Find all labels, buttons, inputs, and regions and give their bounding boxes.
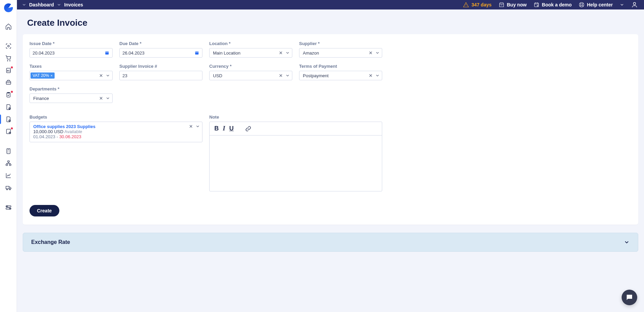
exchange-rate-title: Exchange Rate [31, 239, 70, 245]
sidebar-item-documents[interactable] [0, 101, 17, 113]
chevron-down-icon[interactable] [285, 50, 290, 55]
clear-icon[interactable] [189, 124, 193, 129]
user-icon[interactable] [631, 1, 638, 8]
budget-amount: 10,000.00 USD [33, 129, 63, 134]
field-taxes: Taxes VAT 20% × [30, 64, 113, 80]
terms-value: Postpayment [303, 73, 366, 78]
label-departments: Departments * [30, 86, 113, 91]
budget-dates: 01.04.2023 - 30.06.2023 [33, 134, 199, 139]
remove-tag-icon[interactable]: × [51, 74, 53, 78]
label-budgets: Budgets [30, 115, 202, 120]
trial-days[interactable]: 347 days [463, 2, 491, 8]
italic-button[interactable]: I [223, 125, 225, 132]
clear-icon[interactable] [368, 73, 373, 78]
budget-card[interactable]: Office supplies 2023 Supplies 10,000.00 … [30, 122, 202, 142]
chevron-down-icon[interactable] [620, 2, 624, 7]
sidebar-item-settings[interactable] [0, 201, 17, 213]
clear-icon[interactable] [99, 96, 103, 101]
input-supplier-invoice[interactable] [119, 71, 202, 80]
org-icon [5, 160, 12, 167]
sidebar-item-expenses[interactable] [0, 125, 17, 138]
sidebar-item-shipping[interactable] [0, 182, 17, 194]
clear-icon[interactable] [368, 50, 373, 55]
svg-rect-25 [195, 51, 199, 55]
book-demo-button[interactable]: Book a demo [533, 2, 572, 8]
sidebar-item-approvals[interactable] [0, 89, 17, 101]
sidebar-item-org[interactable] [0, 157, 17, 169]
sidebar-item-cart[interactable] [0, 52, 17, 64]
sidebar-item-invoices[interactable] [0, 113, 17, 125]
chevron-down-icon[interactable] [105, 73, 110, 78]
due-date-input[interactable] [122, 50, 194, 56]
breadcrumb-dashboard[interactable]: Dashboard [29, 2, 54, 7]
note-textarea[interactable] [210, 136, 382, 191]
notification-dot [11, 66, 13, 68]
field-due-date: Due Date * [119, 41, 202, 58]
calendar-demo-icon [533, 2, 540, 8]
link-icon[interactable] [245, 126, 251, 132]
cart-icon [5, 55, 12, 62]
app-logo[interactable] [4, 3, 13, 12]
truck-icon [5, 184, 12, 191]
clear-icon[interactable] [278, 73, 283, 78]
chevron-down-icon[interactable] [195, 124, 200, 129]
sidebar-item-requests[interactable] [0, 40, 17, 52]
field-supplier: Supplier * Amazon [299, 41, 382, 58]
select-location[interactable]: Main Location [209, 48, 292, 58]
select-currency[interactable]: USD [209, 71, 292, 80]
issue-date-input[interactable] [33, 50, 104, 56]
calendar-icon[interactable] [104, 50, 110, 56]
warning-icon [463, 2, 469, 8]
budget-start-date: 01.04.2023 [33, 134, 55, 139]
create-button[interactable]: Create [30, 205, 59, 216]
sidebar [0, 0, 17, 265]
chevron-down-icon[interactable] [375, 73, 380, 78]
chevron-down-icon[interactable] [57, 2, 61, 7]
input-due-date[interactable] [119, 48, 202, 58]
sidebar-item-home[interactable] [0, 20, 17, 33]
clipboard-check-icon [5, 91, 12, 98]
chevron-down-icon[interactable] [105, 96, 110, 101]
select-supplier[interactable]: Amazon [299, 48, 382, 58]
select-departments[interactable]: Finance [30, 93, 113, 103]
departments-value: Finance [33, 96, 97, 101]
note-toolbar: B I U [210, 122, 382, 136]
exchange-rate-panel[interactable]: Exchange Rate [23, 233, 638, 252]
chevron-down-icon[interactable] [22, 2, 26, 7]
field-location: Location * Main Location [209, 41, 292, 58]
select-taxes[interactable]: VAT 20% × [30, 71, 113, 80]
chevron-down-icon [624, 239, 630, 245]
sidebar-item-orders[interactable] [0, 64, 17, 77]
field-departments: Departments * Finance [30, 86, 113, 103]
select-terms[interactable]: Postpayment [299, 71, 382, 80]
bold-button[interactable]: B [214, 125, 219, 132]
sidebar-item-receipts[interactable] [0, 77, 17, 89]
clear-icon[interactable] [99, 73, 103, 78]
buy-now-button[interactable]: Buy now [499, 2, 527, 8]
supplier-invoice-input[interactable] [122, 73, 199, 78]
sidebar-item-reports[interactable] [0, 169, 17, 182]
svg-point-23 [633, 2, 636, 5]
calendar-icon[interactable] [194, 50, 199, 56]
underline-button[interactable]: U [229, 125, 234, 132]
invoice-form-card: Issue Date * Due Date * Location * Main … [23, 34, 638, 225]
help-center-button[interactable]: Help center [579, 2, 613, 8]
chevron-down-icon[interactable] [375, 50, 380, 55]
svg-point-0 [7, 45, 9, 47]
scan-icon [5, 43, 12, 49]
clear-icon[interactable] [278, 50, 283, 55]
field-supplier-invoice: Supplier Invoice # [119, 64, 202, 80]
label-note: Note [209, 115, 382, 120]
sidebar-item-calculator[interactable] [0, 145, 17, 157]
chevron-down-icon[interactable] [285, 73, 290, 78]
input-issue-date[interactable] [30, 48, 113, 58]
svg-point-16 [6, 206, 7, 207]
svg-rect-11 [6, 164, 7, 166]
location-value: Main Location [213, 50, 276, 56]
notification-dot [11, 91, 13, 93]
notification-dot [11, 127, 13, 129]
svg-point-14 [9, 189, 10, 190]
svg-rect-9 [7, 149, 10, 154]
svg-point-22 [581, 4, 583, 6]
breadcrumb-invoices[interactable]: Invoices [64, 2, 83, 7]
